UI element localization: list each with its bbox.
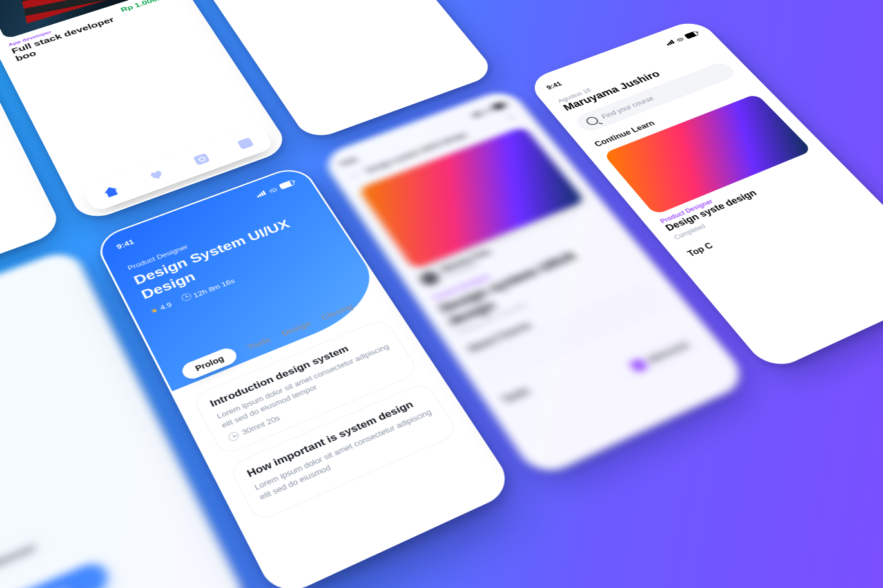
battery-icon — [684, 30, 699, 39]
home-icon[interactable] — [102, 185, 120, 198]
class-detail-blur: UX design Whimsical Visit Class — [0, 247, 253, 588]
whimsical-icon — [629, 358, 648, 372]
tool-chip-whimsical: Whimsical — [0, 531, 52, 588]
avatar — [418, 269, 442, 288]
search-placeholder: Find your course — [599, 95, 655, 120]
star-icon: ★ — [149, 305, 160, 315]
search-icon — [584, 115, 600, 126]
tab-design[interactable]: Design — [280, 319, 313, 337]
signal-icon — [665, 39, 675, 45]
clock-icon — [180, 292, 193, 302]
back-icon[interactable]: ← — [347, 169, 363, 180]
clock-icon — [227, 430, 240, 442]
rating: ★ 4.9 — [149, 300, 173, 315]
signal-icon — [471, 111, 482, 117]
wifi-icon — [482, 107, 492, 113]
lesson-card[interactable]: How important is system design Lorem ips… — [228, 381, 460, 522]
battery-icon — [492, 101, 507, 110]
lesson-tabs: Prolog Tools Design Closing — [179, 292, 374, 381]
tool-chip-whimsical: Whimsical — [616, 330, 705, 382]
visit-class-button: Visit Class — [0, 558, 112, 588]
tools-heading: Tools — [501, 318, 687, 405]
activity-icon[interactable] — [237, 137, 255, 149]
lesson-card[interactable]: Introduction design system Lorem ipsum d… — [192, 318, 421, 457]
heart-icon[interactable] — [148, 169, 166, 182]
lesson-title: How important is system design — [245, 394, 426, 480]
status-time: 9:41 — [545, 80, 563, 90]
tab-closing[interactable]: Closing — [320, 302, 354, 321]
status-time: 9:41 — [339, 155, 358, 167]
wifi-icon — [675, 36, 684, 42]
lesson-blurb: Lorem ipsum dolor sit amet consectetur a… — [253, 407, 440, 502]
camera-icon[interactable] — [193, 153, 211, 166]
more-icon[interactable]: ⋮ — [505, 112, 518, 120]
lesson-duration: 30mnt 20s — [240, 413, 282, 436]
tab-tools[interactable]: Tools — [246, 335, 273, 351]
signal-icon — [255, 190, 267, 197]
tab-prolog[interactable]: Prolog — [179, 345, 240, 381]
lesson-blurb: Lorem ipsum dolor sit amet consectetur a… — [215, 341, 397, 430]
battery-icon — [278, 179, 295, 189]
lesson-title: Introduction design system — [208, 330, 384, 410]
wifi-icon — [267, 185, 278, 193]
